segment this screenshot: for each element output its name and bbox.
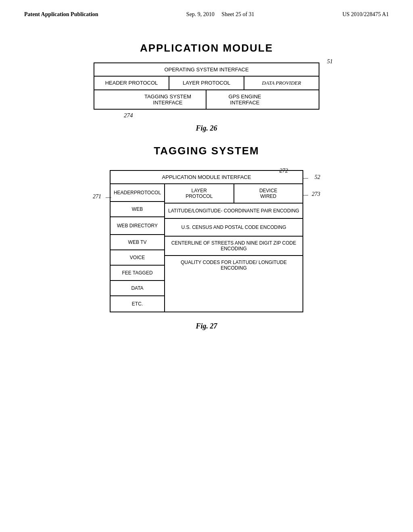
ts-body: HEADER PROTOCOL WEB WEB DIRECTORY WEB TV	[111, 184, 302, 312]
tagging-system-diagram: APPLICATION MODULE INTERFACE HEADER PROT…	[110, 170, 303, 312]
header-protocol-label: HEADER PROTOCOL	[105, 80, 158, 86]
ts-cell-web-tv: WEB TV	[111, 235, 164, 250]
enc-cell-lat-long: LATITUDE/LONGITUDE- COORDINANTE PAIR ENC…	[165, 204, 302, 219]
tagging-system-interface-cell: TAGGING SYSTEMINTERFACE	[130, 90, 206, 109]
ts-encoding-rows: LATITUDE/LONGITUDE- COORDINANTE PAIR ENC…	[165, 204, 302, 274]
fig27-section: TAGGING SYSTEM 272 ⌐ 271 — 52 — 273 —	[32, 145, 381, 330]
os-interface-label: OPERATING SYSTEM INTERFACE	[164, 66, 248, 73]
date: Sep. 9, 2010	[186, 11, 215, 17]
layer-protocol-text: LAYERPROTOCOL	[186, 188, 213, 199]
os-interface-row: OPERATING SYSTEM INTERFACE	[94, 63, 319, 77]
sheet-info: Sep. 9, 2010 Sheet 25 of 31	[186, 11, 254, 18]
gps-engine-interface-cell: GPS ENGINEINTERFACE	[206, 90, 283, 109]
fig26-section: APPLICATION MODULE OPERATING SYSTEM INTE…	[32, 42, 381, 133]
fig26-label: Fig. 26	[32, 124, 381, 133]
device-wired-text: DEVICEWIRED	[259, 188, 277, 199]
app-module-diagram: OPERATING SYSTEM INTERFACE HEADER PROTOC…	[94, 62, 319, 110]
gps-engine-interface-label: GPS ENGINEINTERFACE	[229, 94, 261, 106]
fig26-title: APPLICATION MODULE	[32, 42, 381, 54]
ts-device-wired: DEVICEWIRED	[234, 184, 303, 203]
ts-cell-web: WEB	[111, 202, 164, 217]
interface-row: TAGGING SYSTEMINTERFACE GPS ENGINEINTERF…	[94, 90, 319, 109]
data-provider-label: DATA PROVIDER	[262, 80, 301, 86]
enc-cell-census: U.S. CENSUS AND POSTAL CODE ENCODING	[165, 219, 302, 237]
tagging-system-interface-label: TAGGING SYSTEMINTERFACE	[144, 94, 191, 106]
fig27-label: Fig. 27	[32, 322, 381, 330]
patent-number: US 2010/228475 A1	[342, 11, 389, 18]
data-provider-cell: DATA PROVIDER	[244, 77, 319, 89]
ref-271: 271	[93, 193, 101, 200]
sheet-number: Sheet 25 of 31	[221, 11, 254, 17]
ts-layer-protocol: LAYERPROTOCOL	[165, 184, 234, 203]
ts-left-column: HEADER PROTOCOL WEB WEB DIRECTORY WEB TV	[111, 184, 165, 312]
ts-cell-voice: VOICE	[111, 250, 164, 266]
ts-right-column: LAYERPROTOCOL DEVICEWIRED LATITUDE/LONGI…	[165, 184, 302, 312]
ts-cell-header-protocol: HEADER PROTOCOL	[111, 184, 164, 202]
app-module-interface-label: APPLICATION MODULE INTERFACE	[162, 174, 251, 180]
ref-273: 273	[312, 191, 320, 197]
header-protocol-cell: HEADER PROTOCOL	[94, 77, 169, 89]
ts-cell-fee-tagged: FEE TAGGED	[111, 266, 164, 281]
page-header: Patent Application Publication Sep. 9, 2…	[0, 0, 413, 22]
ref-51: 51	[327, 58, 333, 65]
fig27-title: TAGGING SYSTEM	[32, 145, 381, 157]
ts-cell-data: DATA	[111, 281, 164, 296]
protocol-row: HEADER PROTOCOL LAYER PROTOCOL DATA PROV…	[94, 77, 319, 90]
ts-cell-etc: ETC.	[111, 296, 164, 312]
enc-cell-quality: QUALITY CODES FOR LATITUDE/ LONGITUDE EN…	[165, 256, 302, 274]
ts-cell-web-directory: WEB DIRECTORY	[111, 217, 164, 235]
enc-cell-centerline: CENTERLINE OF STREETS AND NINE DIGIT ZIP…	[165, 237, 302, 256]
ref-274: 274	[124, 112, 133, 119]
ref-52: 52	[315, 174, 320, 181]
app-module-interface-header: APPLICATION MODULE INTERFACE	[111, 171, 302, 184]
layer-protocol-cell: LAYER PROTOCOL	[169, 77, 244, 89]
ts-top-row: LAYERPROTOCOL DEVICEWIRED	[165, 184, 302, 204]
main-content: APPLICATION MODULE OPERATING SYSTEM INTE…	[0, 22, 413, 359]
layer-protocol-label: LAYER PROTOCOL	[183, 80, 230, 86]
pub-label: Patent Application Publication	[24, 11, 98, 18]
